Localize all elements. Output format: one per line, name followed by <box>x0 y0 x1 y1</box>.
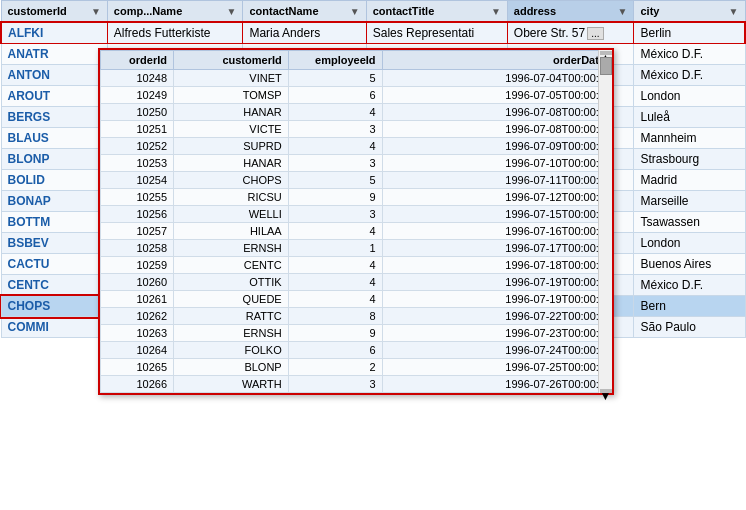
cell-customerid: BOLID <box>1 170 107 191</box>
cell-customerid: ANTON <box>1 65 107 86</box>
cell-city: Luleå <box>634 107 745 128</box>
sub-table-cell: 10262 <box>101 308 174 325</box>
sub-col-customerid[interactable]: customerId <box>174 51 289 70</box>
sub-table-cell: OTTIK <box>174 274 289 291</box>
sub-col-employeeid[interactable]: employeeId <box>288 51 382 70</box>
sub-table-row: 10259CENTC41996-07-18T00:00:0 <box>101 257 612 274</box>
cell-address: Obere Str. 57... <box>507 22 634 44</box>
sub-table-cell: 8 <box>288 308 382 325</box>
sub-table-cell: 3 <box>288 155 382 172</box>
sub-table-row: 10253HANAR31996-07-10T00:00:0 <box>101 155 612 172</box>
filter-icon-contactname[interactable]: ▼ <box>350 6 360 17</box>
cell-city: Mannheim <box>634 128 745 149</box>
col-header-contacttitle[interactable]: contactTitle ▼ <box>366 1 507 23</box>
sub-table-cell: 10258 <box>101 240 174 257</box>
sub-table-cell: ERNSH <box>174 325 289 339</box>
sub-table-row: 10254CHOPS51996-07-11T00:00:0 <box>101 172 612 189</box>
filter-icon-city[interactable]: ▼ <box>729 6 739 17</box>
cell-customerid: ANATR <box>1 44 107 65</box>
filter-icon-compname[interactable]: ▼ <box>227 6 237 17</box>
sub-table-row: 10258ERNSH11996-07-17T00:00:0 <box>101 240 612 257</box>
cell-city: Marseille <box>634 191 745 212</box>
sub-table-cell: 1996-07-11T00:00:0 <box>382 172 611 189</box>
sub-table-cell: 1996-07-08T00:00:0 <box>382 104 611 121</box>
col-header-contactname[interactable]: contactName ▼ <box>243 1 366 23</box>
sub-table-row: 10249TOMSP61996-07-05T00:00:0 <box>101 87 612 104</box>
sub-table-cell: 10260 <box>101 274 174 291</box>
cell-customerid: AROUT <box>1 86 107 107</box>
sub-table-cell: 6 <box>288 87 382 104</box>
sub-table-cell: 10255 <box>101 189 174 206</box>
sub-table-cell: 1996-07-09T00:00:0 <box>382 138 611 155</box>
cell-customerid: BONAP <box>1 191 107 212</box>
sub-scrollbar[interactable]: ▲ ▼ <box>598 50 612 338</box>
sub-table-cell: 4 <box>288 138 382 155</box>
scroll-up-arrow[interactable]: ▲ <box>600 51 612 55</box>
sub-table-cell: RATTC <box>174 308 289 325</box>
sub-table-cell: 10249 <box>101 87 174 104</box>
sub-table-cell: 10250 <box>101 104 174 121</box>
sub-table-cell: CHOPS <box>174 172 289 189</box>
cell-city: Bern <box>634 296 745 317</box>
sub-table-cell: 10259 <box>101 257 174 274</box>
filter-icon-address[interactable]: ▼ <box>618 6 628 17</box>
sub-table-cell: ERNSH <box>174 240 289 257</box>
sub-table-cell: 1996-07-04T00:00:0 <box>382 70 611 87</box>
sub-table-row: 10260OTTIK41996-07-19T00:00:0 <box>101 274 612 291</box>
table-row: ALFKIAlfreds FutterkisteMaria AndersSale… <box>1 22 745 44</box>
sub-table-cell: 10253 <box>101 155 174 172</box>
cell-city: Berlin <box>634 22 745 44</box>
sub-table-cell: 4 <box>288 274 382 291</box>
sub-table-cell: 1996-07-23T00:00:0 <box>382 325 611 339</box>
sub-table-row: 10250HANAR41996-07-08T00:00:0 <box>101 104 612 121</box>
sub-table-cell: 10263 <box>101 325 174 339</box>
cell-city: México D.F. <box>634 65 745 86</box>
col-header-city[interactable]: city ▼ <box>634 1 745 23</box>
sub-table-cell: 10256 <box>101 206 174 223</box>
cell-city: London <box>634 233 745 254</box>
sub-table-cell: 9 <box>288 325 382 339</box>
sub-table-cell: HILAA <box>174 223 289 240</box>
filter-icon-contacttitle[interactable]: ▼ <box>491 6 501 17</box>
sub-table-cell: TOMSP <box>174 87 289 104</box>
col-header-compname[interactable]: comp...Name ▼ <box>107 1 243 23</box>
sub-table-cell: 1996-07-10T00:00:0 <box>382 155 611 172</box>
cell-compname: Alfreds Futterkiste <box>107 22 243 44</box>
sub-table-cell: 4 <box>288 104 382 121</box>
sub-table-cell: 1996-07-22T00:00:0 <box>382 308 611 325</box>
sub-table-cell: 1996-07-12T00:00:0 <box>382 189 611 206</box>
cell-city: Tsawassen <box>634 212 745 233</box>
scroll-thumb[interactable] <box>600 57 612 75</box>
sub-table-row: 10248VINET51996-07-04T00:00:0 <box>101 70 612 87</box>
sub-table-cell: 3 <box>288 121 382 138</box>
sub-table-cell: 1 <box>288 240 382 257</box>
sub-table-row: 10255RICSU91996-07-12T00:00:0 <box>101 189 612 206</box>
filter-icon-customerid[interactable]: ▼ <box>91 6 101 17</box>
sub-table-cell: 4 <box>288 257 382 274</box>
sub-col-orderdate[interactable]: orderDate <box>382 51 611 70</box>
sub-table-cell: 10261 <box>101 291 174 308</box>
sub-table-cell: 10257 <box>101 223 174 240</box>
cell-city: São Paulo <box>634 317 745 338</box>
sub-table-cell: CENTC <box>174 257 289 274</box>
sub-table-cell: 1996-07-08T00:00:0 <box>382 121 611 138</box>
col-header-customerid[interactable]: customerId ▼ <box>1 1 107 23</box>
sub-table-cell: 3 <box>288 206 382 223</box>
sub-table-cell: 5 <box>288 172 382 189</box>
cell-contactname: Maria Anders <box>243 22 366 44</box>
sub-table-cell: 1996-07-16T00:00:0 <box>382 223 611 240</box>
sub-table-cell: 1996-07-18T00:00:0 <box>382 257 611 274</box>
sub-table-row: 10257HILAA41996-07-16T00:00:0 <box>101 223 612 240</box>
sub-table: orderId customerId employeeId orderDate … <box>100 50 612 338</box>
col-header-address[interactable]: address ▼ <box>507 1 634 23</box>
sub-table-cell: 10248 <box>101 70 174 87</box>
sub-table-cell: RICSU <box>174 189 289 206</box>
cell-city: México D.F. <box>634 275 745 296</box>
sub-table-cell: 1996-07-05T00:00:0 <box>382 87 611 104</box>
sub-table-cell: 4 <box>288 291 382 308</box>
sub-table-cell: 9 <box>288 189 382 206</box>
expand-button[interactable]: ... <box>587 27 603 40</box>
sub-col-orderid[interactable]: orderId <box>101 51 174 70</box>
sub-table-popup: orderId customerId employeeId orderDate … <box>98 48 614 338</box>
cell-city: London <box>634 86 745 107</box>
